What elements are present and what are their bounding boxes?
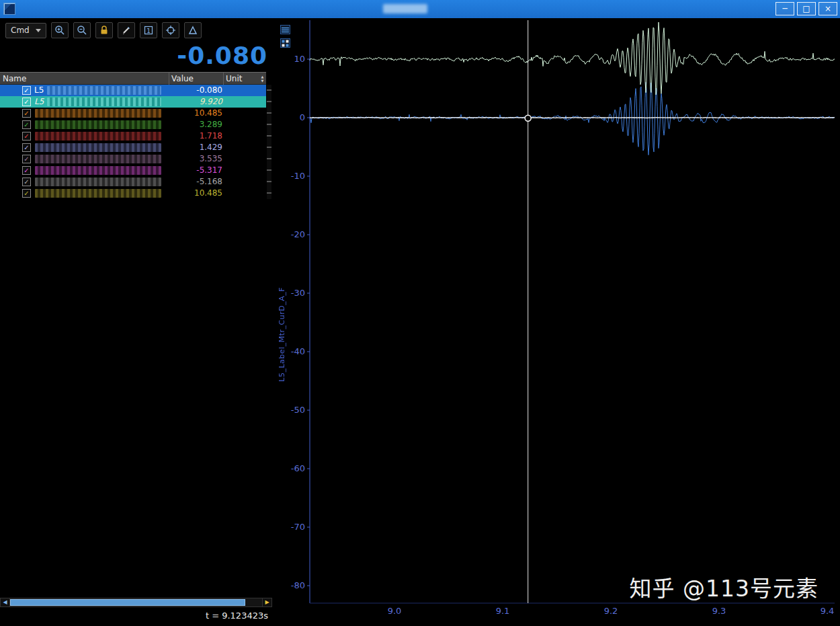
delta-button[interactable] <box>184 22 202 38</box>
watermark: 知乎 @113号元素 <box>630 571 818 603</box>
table-row[interactable]: ✓-5.317 <box>0 165 266 176</box>
signal-name-redacted <box>47 86 161 95</box>
row-checkbox[interactable]: ✓ <box>22 143 31 152</box>
signal-panel: Cmd <box>0 18 272 626</box>
zoom-out-icon <box>77 25 87 36</box>
table-row[interactable]: ✓1.429 <box>0 142 266 153</box>
cursor-marker[interactable] <box>525 115 531 121</box>
signal-name-redacted <box>35 189 161 198</box>
table-row[interactable]: ✓3.535 <box>0 153 266 165</box>
y-tick-label: -10 <box>291 171 305 181</box>
delta-icon <box>187 25 198 36</box>
y-tick-label: -40 <box>291 346 305 356</box>
zoom-in-button[interactable] <box>51 22 69 38</box>
row-checkbox[interactable]: ✓ <box>22 86 31 95</box>
menu-icon <box>282 27 289 33</box>
signal-value: 10.485 <box>170 109 222 118</box>
horizontal-scrollbar[interactable]: ◀ ▶ <box>0 598 272 607</box>
lock-icon <box>99 25 110 36</box>
window-title-redacted <box>383 4 427 13</box>
signal-name-redacted <box>35 132 161 141</box>
signal-name-redacted <box>47 97 161 106</box>
signal-value: -5.168 <box>170 178 222 186</box>
column-divider[interactable] <box>223 73 224 85</box>
signal-name-redacted <box>35 120 161 129</box>
table-row[interactable]: ✓-5.168 <box>0 176 266 188</box>
y-tick-label: -30 <box>291 288 305 298</box>
toolbar: Cmd <box>0 20 272 40</box>
table-header: Name Value Unit ▲ ▼ <box>0 72 266 85</box>
app-icon <box>3 3 15 15</box>
y-tick-label: -60 <box>291 463 305 473</box>
scroll-left-button[interactable]: ◀ <box>1 598 10 607</box>
signal-name-redacted <box>35 109 161 118</box>
app-window: ─ □ × Cmd <box>0 0 840 626</box>
table-row[interactable]: ✓L59.920 <box>0 96 266 108</box>
table-row[interactable]: ✓10.485 <box>0 188 266 199</box>
cursor-time-status: t = 9.123423s <box>0 609 268 625</box>
snap-one-button[interactable]: 1 <box>140 22 157 38</box>
y-tick-label: 0 <box>300 112 305 122</box>
close-button[interactable]: × <box>818 2 837 15</box>
signal-name: L5 <box>34 97 44 106</box>
snap-one-glyph: 1 <box>146 28 151 34</box>
chevron-down-icon <box>36 29 41 32</box>
zoom-in-icon <box>54 25 65 36</box>
snap-one-icon: 1 <box>143 25 154 36</box>
maximize-button[interactable]: □ <box>797 2 816 15</box>
table-row[interactable]: ✓1.718 <box>0 130 266 142</box>
y-tick-label: -70 <box>291 522 305 532</box>
signal-name-redacted <box>35 143 161 152</box>
column-divider[interactable] <box>169 73 169 85</box>
signal-value: 9.920 <box>170 97 222 106</box>
column-header-value[interactable]: Value <box>171 74 194 83</box>
x-tick-label: 9.1 <box>496 606 510 616</box>
table-row[interactable]: ✓L5-0.080 <box>0 85 266 96</box>
signal-value: 3.289 <box>170 120 222 129</box>
chart-panel: 100-10-20-30-40-50-60-70-809.09.19.29.39… <box>272 18 840 626</box>
column-header-unit[interactable]: Unit <box>226 74 242 83</box>
edit-button[interactable] <box>118 22 135 38</box>
signal-name-redacted <box>35 155 161 163</box>
row-checkbox[interactable]: ✓ <box>22 178 31 186</box>
signal-name: L5 <box>34 86 44 95</box>
cmd-dropdown[interactable]: Cmd <box>5 23 46 38</box>
row-checkbox[interactable]: ✓ <box>22 132 31 141</box>
titlebar[interactable]: ─ □ × <box>0 0 840 18</box>
row-checkbox[interactable]: ✓ <box>22 166 31 175</box>
signal-value: 1.718 <box>170 132 222 141</box>
chart-menu-button[interactable] <box>280 25 290 34</box>
row-checkbox[interactable]: ✓ <box>22 97 31 106</box>
table-row[interactable]: ✓3.289 <box>0 119 266 130</box>
scrollbar-thumb[interactable] <box>10 599 245 606</box>
y-tick-label: -50 <box>291 405 305 415</box>
table-vertical-scrollbar[interactable] <box>267 85 271 199</box>
add-grid-icon <box>282 40 289 47</box>
row-checkbox[interactable]: ✓ <box>22 189 31 198</box>
row-checkbox[interactable]: ✓ <box>22 120 31 129</box>
row-checkbox[interactable]: ✓ <box>22 155 31 163</box>
zoom-out-button[interactable] <box>73 22 91 38</box>
x-tick-label: 9.0 <box>388 606 402 616</box>
cmd-label: Cmd <box>11 26 30 35</box>
waveform-chart[interactable]: 100-10-20-30-40-50-60-70-809.09.19.29.39… <box>272 18 840 626</box>
column-header-name[interactable]: Name <box>3 74 26 83</box>
table-row[interactable]: ✓10.485 <box>0 108 266 119</box>
scroll-right-button[interactable]: ▶ <box>262 598 271 607</box>
crosshair-icon <box>165 25 176 36</box>
cursor-value-readout: -0.080 <box>0 40 267 71</box>
lock-button[interactable] <box>95 22 113 38</box>
waveform-trace-l5-cmd-white <box>310 118 835 118</box>
signal-rows: ✓L5-0.080✓L59.920✓10.485✓3.289✓1.718✓1.4… <box>0 85 266 199</box>
table-scroll-spinner[interactable]: ▲ ▼ <box>259 73 265 85</box>
signal-name-redacted <box>35 166 161 175</box>
x-tick-label: 9.3 <box>712 606 726 616</box>
waveform-trace-mtr-current-blue <box>310 83 835 155</box>
minimize-button[interactable]: ─ <box>775 2 794 15</box>
chart-add-subplot-button[interactable] <box>280 38 290 48</box>
signal-value: 10.485 <box>170 189 222 198</box>
crosshair-button[interactable] <box>162 22 179 38</box>
scroll-down-icon[interactable]: ▼ <box>261 79 264 83</box>
signal-value: -0.080 <box>170 86 222 95</box>
row-checkbox[interactable]: ✓ <box>22 109 31 118</box>
